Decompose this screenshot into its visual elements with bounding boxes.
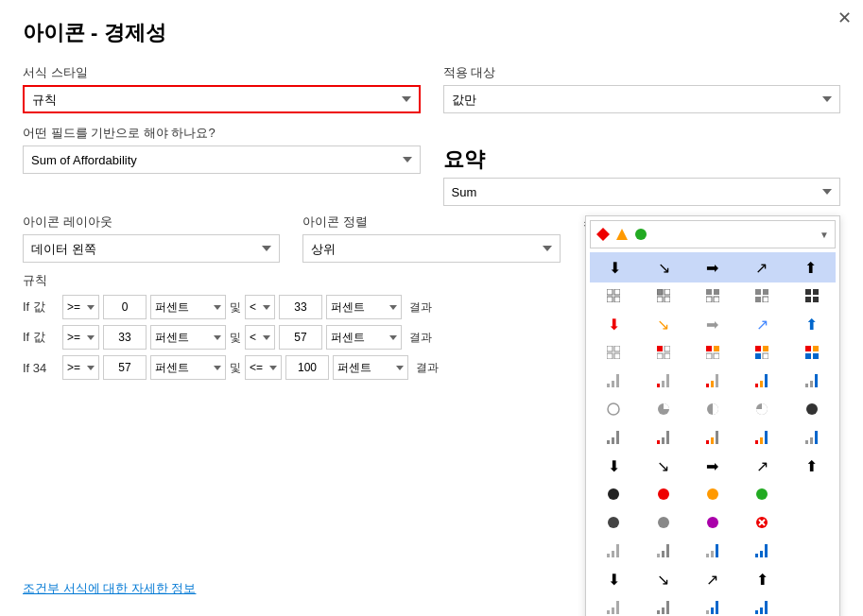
icon-downright[interactable]: ↘	[641, 254, 688, 281]
icon-bar7[interactable]	[639, 424, 686, 451]
svg-rect-30	[665, 353, 670, 359]
icon-circle-empty[interactable]	[590, 396, 637, 422]
icon-circle-half[interactable]	[689, 396, 736, 422]
icon-blue-up[interactable]: ⬆	[788, 311, 836, 337]
icon-align-select[interactable]: 상위	[302, 234, 560, 263]
icon-arrow-up3[interactable]: ⬆	[738, 566, 785, 592]
icon-orange-circle[interactable]	[689, 481, 736, 507]
icon-layout-select[interactable]: 데이터 왼쪽	[23, 234, 280, 263]
icon-bar3[interactable]	[689, 368, 736, 394]
icon-circle-quarter[interactable]	[639, 396, 686, 422]
icon-grid-c5[interactable]	[788, 339, 836, 366]
rule3-val1[interactable]	[103, 355, 147, 380]
close-button[interactable]: ✕	[837, 8, 852, 28]
svg-point-62	[806, 403, 818, 415]
icon-grid-c1[interactable]	[590, 339, 637, 366]
icon-grid-2[interactable]	[639, 282, 686, 309]
icon-upright[interactable]: ↗	[738, 254, 785, 281]
rule1-op2[interactable]: <	[245, 295, 275, 319]
rule1-op1[interactable]: >=	[62, 295, 99, 319]
apply-to-select[interactable]: 값만	[443, 85, 841, 113]
icon-bar1[interactable]	[590, 368, 637, 394]
svg-rect-51	[716, 374, 718, 387]
icon-bar18[interactable]	[738, 594, 785, 616]
svg-rect-48	[666, 374, 669, 387]
icon-bar9[interactable]	[738, 424, 785, 451]
svg-rect-17	[755, 297, 761, 302]
rule2-op2[interactable]: <	[245, 325, 275, 350]
icon-grid-5[interactable]	[788, 282, 836, 309]
icon-bar16[interactable]	[639, 594, 686, 616]
dialog-title: 아이콘 - 경제성	[23, 19, 840, 47]
icon-empty8	[788, 566, 836, 592]
field-select[interactable]: Sum of Affordability	[23, 145, 421, 174]
icon-grid-c3[interactable]	[689, 339, 736, 366]
icon-dark-circle[interactable]	[590, 509, 637, 536]
rule3-val2[interactable]	[285, 355, 329, 380]
icon-purple-circle[interactable]	[689, 509, 736, 536]
icon-grid-c4[interactable]	[738, 339, 785, 366]
icon-bar15[interactable]	[590, 594, 637, 616]
icon-bar12[interactable]	[639, 538, 686, 564]
icon-red-circle[interactable]	[639, 481, 686, 507]
icon-bar11[interactable]	[590, 538, 637, 564]
icon-down[interactable]: ⬇	[592, 254, 639, 281]
summary-select[interactable]: Sum	[443, 178, 841, 206]
icon-bar6[interactable]	[590, 424, 637, 451]
icon-bar14[interactable]	[738, 538, 785, 564]
svg-rect-25	[607, 353, 613, 359]
rule1-unit2[interactable]: 퍼센트	[326, 295, 402, 319]
icon-arrow-downright3[interactable]: ↘	[639, 566, 686, 592]
icon-arrow-down3[interactable]: ⬇	[590, 566, 637, 592]
icon-red-x-circle[interactable]	[738, 509, 785, 536]
icon-arrow-upright3[interactable]: ↗	[689, 566, 736, 592]
rule2-op1[interactable]: >=	[62, 325, 99, 350]
rule3-unit1[interactable]: 퍼센트	[150, 355, 226, 380]
svg-rect-7	[657, 289, 663, 295]
style-panel: ▼ ⬇ ↘ ➡ ↗ ⬆	[585, 215, 840, 616]
icon-arrow-upright2[interactable]: ↗	[738, 453, 785, 479]
icon-grid-1[interactable]	[590, 282, 637, 309]
icon-black-circle[interactable]	[590, 481, 637, 507]
rule3-unit2[interactable]: 퍼센트	[333, 355, 408, 380]
rule2-val1[interactable]	[103, 325, 147, 350]
svg-rect-18	[763, 297, 768, 302]
rule2-val2[interactable]	[279, 325, 322, 350]
icon-bar4[interactable]	[738, 368, 785, 394]
rule1-unit1[interactable]: 퍼센트	[150, 295, 226, 319]
svg-rect-77	[815, 431, 818, 444]
help-link[interactable]: 조건부 서식에 대한 자세한 정보	[23, 580, 196, 597]
icon-bar8[interactable]	[689, 424, 736, 451]
icon-grid-4[interactable]	[738, 282, 785, 309]
rule3-op2[interactable]: <=	[245, 355, 282, 380]
icon-grid-c2[interactable]	[639, 339, 686, 366]
icon-right[interactable]: ➡	[689, 254, 736, 281]
icon-circle-three-quarter[interactable]	[738, 396, 785, 422]
icon-gray-circle[interactable]	[639, 509, 686, 536]
rule2-unit2[interactable]: 퍼센트	[326, 325, 402, 350]
icon-ltblue-upright[interactable]: ↗	[738, 311, 785, 337]
icon-arrow-downright2[interactable]: ↘	[639, 453, 686, 479]
icon-bar17[interactable]	[689, 594, 736, 616]
icon-gray-right[interactable]: ➡	[689, 311, 736, 337]
rule2-unit1[interactable]: 퍼센트	[150, 325, 226, 350]
style-selector-row[interactable]: ▼	[590, 220, 836, 248]
svg-rect-37	[755, 353, 761, 359]
icon-red-down[interactable]: ⬇	[590, 311, 637, 337]
icon-arrow-right2[interactable]: ➡	[689, 453, 736, 479]
rule1-val2[interactable]	[279, 295, 322, 319]
format-style-select[interactable]: 규칙	[23, 85, 421, 113]
icon-arrow-up2[interactable]: ⬆	[788, 453, 836, 479]
icon-up[interactable]: ⬆	[786, 254, 834, 281]
icon-bar13[interactable]	[689, 538, 736, 564]
icon-circle-full[interactable]	[788, 396, 836, 422]
rule3-op1[interactable]: >=	[62, 355, 99, 380]
icon-bar2[interactable]	[639, 368, 686, 394]
rule1-val1[interactable]	[103, 295, 147, 319]
icon-arrow-down2[interactable]: ⬇	[590, 453, 637, 479]
icon-bar5[interactable]	[788, 368, 836, 394]
icon-bar10[interactable]	[788, 424, 836, 451]
icon-green-circle[interactable]	[738, 481, 785, 507]
icon-orange-downright[interactable]: ↘	[639, 311, 686, 337]
icon-grid-3[interactable]	[689, 282, 736, 309]
